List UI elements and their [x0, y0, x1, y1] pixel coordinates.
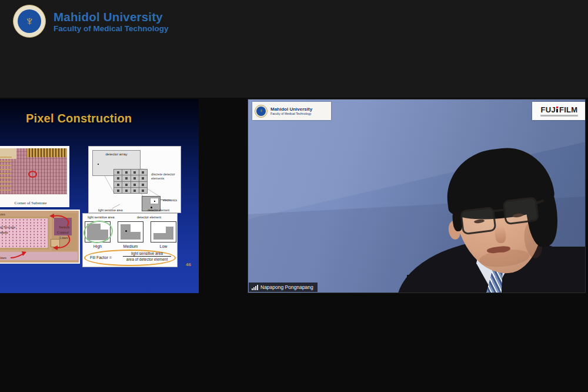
fujifilm-red-dot-icon — [556, 107, 558, 112]
green-highlight-ellipse — [82, 219, 115, 245]
mahidol-badge-emblem-icon: ♆ — [255, 105, 268, 118]
storage-element-label-2: ement — [0, 230, 8, 234]
detector-grid-cell — [139, 188, 147, 193]
participant-name: Napapong Pongnapang — [260, 284, 313, 290]
storage-element-label-1: ng/Storage — [0, 225, 15, 229]
fill-factor-formula-lhs: Fill Factor = — [90, 255, 112, 260]
fill-factor-high-diagram — [85, 221, 111, 242]
switch-control-label-2: Control — [57, 230, 69, 234]
detector-grid-cell — [122, 188, 130, 193]
pixel-area-photo: el Area ng/Storage ement Switch Control … — [0, 211, 79, 263]
detector-grid-cell — [139, 175, 147, 181]
level-label-medium: Medium — [118, 244, 143, 248]
ff-light-sensitive-label: light sensitive area — [88, 215, 115, 219]
detector-array-figure: detector array discrete detector element… — [88, 146, 181, 213]
glasses-right-lens — [502, 197, 539, 225]
pixel-area-figure: el Area ng/Storage ement Switch Control … — [0, 210, 80, 264]
host-branding-text: Mahidol University Faculty of Medical Te… — [54, 10, 169, 33]
badge-faculty-name: Faculty of Medical Technology — [270, 112, 312, 115]
fill-factor-fraction: light sensitive area area of detector el… — [119, 251, 175, 261]
substrate-highlight-circle — [28, 171, 37, 178]
detector-grid-cell — [114, 182, 122, 187]
detector-grid-cell — [114, 170, 122, 175]
fujifilm-wordmark: FUJFILM — [541, 106, 578, 114]
detector-elements-grid — [113, 169, 148, 194]
fujifilm-wordmark-right: FILM — [559, 106, 578, 114]
glasses-left-lens — [460, 207, 497, 235]
glasses-bridge — [493, 208, 505, 212]
light-sensitive-area-label: light sensitive area — [98, 208, 122, 212]
detector-grid-cell — [139, 182, 147, 187]
medium-white-notch — [131, 224, 141, 232]
substrate-figure: Corner of Substrate — [0, 146, 69, 207]
formula-numerator: light sensitive area — [119, 251, 175, 255]
level-label-low: Low — [151, 244, 176, 248]
speaker-video-tile[interactable]: ♆ Mahidol University Faculty of Medical … — [248, 99, 586, 293]
fill-factor-figure: light sensitive area detector element Hi… — [82, 213, 178, 267]
discrete-elements-label: discrete detector elements — [151, 172, 179, 181]
detector-grid-cell — [131, 182, 139, 187]
fujifilm-tagline — [540, 115, 578, 117]
switch-control-label-1: Switch — [59, 225, 69, 229]
detector-grid-cell — [114, 188, 122, 193]
fujifilm-badge: FUJFILM — [532, 102, 586, 120]
detector-array-label: detector array — [93, 152, 140, 156]
pixel-area-label: el Area — [0, 212, 5, 216]
detector-grid-cell — [131, 170, 139, 175]
fill-factor-medium-diagram — [118, 221, 143, 242]
participant-name-tag: Napapong Pongnapang — [249, 283, 318, 292]
low-gray-right-bar — [166, 227, 173, 240]
fill-factor-low-diagram — [151, 221, 176, 242]
ff-detector-element-label: detector element — [137, 215, 161, 219]
substrate-caption: Corner of Substrate — [0, 201, 69, 205]
data-lines-label: ta Lines — [0, 255, 6, 260]
detector-grid-cell — [122, 175, 130, 181]
fujifilm-wordmark-left: FUJ — [541, 106, 556, 114]
substrate-bond-pads — [27, 148, 67, 157]
detector-grid-cell — [131, 188, 139, 193]
detector-grid-cell — [122, 182, 130, 187]
faculty-name: Faculty of Medical Technology — [54, 24, 169, 33]
detector-grid-cell — [114, 175, 122, 181]
substrate-photo — [0, 148, 67, 194]
electronics-region — [150, 198, 159, 204]
medium-pointer-dot — [125, 230, 127, 232]
formula-denominator: area of detector element — [119, 257, 175, 261]
slide-page-number: 46 — [186, 262, 191, 267]
mahidol-emblem-trident-icon: ♆ — [18, 9, 41, 33]
screen-share-tile[interactable]: Pixel Construction Corner of Substrate d… — [0, 99, 199, 293]
slide-title: Pixel Construction — [26, 112, 132, 125]
detector-grid-cell — [122, 170, 130, 175]
audio-signal-icon — [252, 285, 258, 290]
detector-element-label: detector element — [148, 208, 169, 212]
fraction-bar — [123, 256, 171, 257]
badge-university-name: Mahidol University — [270, 107, 312, 112]
mahidol-badge-text: Mahidol University Faculty of Medical Te… — [270, 107, 312, 116]
mahidol-badge: ♆ Mahidol University Faculty of Medical … — [252, 102, 331, 120]
fan-vertex-dot — [98, 164, 99, 165]
substrate-traces — [0, 155, 12, 191]
university-name: Mahidol University — [54, 10, 169, 24]
mahidol-badge-trident-icon: ♆ — [256, 107, 266, 116]
detector-grid-cell — [139, 170, 147, 175]
host-branding: ♆ Mahidol University Faculty of Medical … — [13, 5, 169, 38]
mahidol-emblem-icon: ♆ — [13, 5, 46, 38]
level-label-high: High — [85, 244, 111, 248]
switch-control-label-3: Lines — [59, 235, 68, 240]
electronics-label: electronics — [163, 198, 177, 202]
detector-grid-cell — [131, 175, 139, 181]
